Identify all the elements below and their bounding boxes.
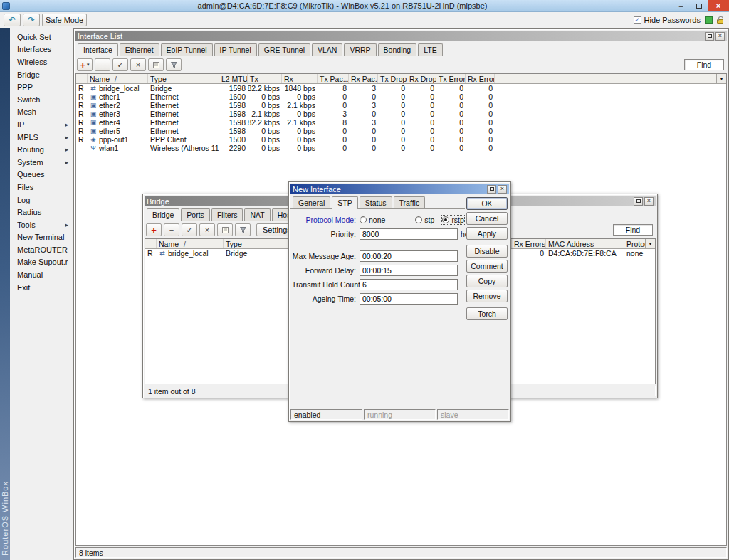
comment-button[interactable] (148, 58, 164, 71)
maximize-button[interactable] (690, 0, 708, 11)
ageing-time-input[interactable] (360, 293, 458, 305)
cancel-button[interactable]: Cancel (466, 212, 508, 225)
column-header-name[interactable]: Name/ (88, 74, 148, 83)
sidebar-item[interactable]: MetaROUTER (10, 243, 73, 256)
column-header-rx-errors[interactable]: Rx Errors (466, 74, 495, 83)
column-header-tx-drops[interactable]: Tx Drops (378, 74, 407, 83)
forward-delay-input[interactable] (360, 265, 458, 276)
interface-row[interactable]: R ▣ether4 Ethernet 1598 82.2 kbps 2.1 kb… (76, 118, 726, 127)
protocol-stp-radio[interactable]: stp (415, 216, 434, 224)
add-button[interactable]: + ▾ (77, 58, 93, 71)
column-header-rx-drops[interactable]: Rx Drops (407, 74, 436, 83)
sidebar-item[interactable]: Quick Set (10, 31, 73, 43)
apply-button[interactable]: Apply (466, 227, 508, 240)
sidebar-item[interactable]: IP ▸ (10, 118, 73, 131)
tab-vlan[interactable]: VLAN (312, 43, 342, 56)
sidebar-item[interactable]: Mesh (10, 106, 73, 119)
flag-column-header[interactable] (76, 74, 88, 83)
tab-ip-tunnel[interactable]: IP Tunnel (214, 43, 257, 56)
tab-status[interactable]: Status (360, 196, 392, 208)
tab-ports[interactable]: Ports (181, 208, 210, 221)
sidebar-item[interactable]: Make Supout.rif (10, 256, 73, 269)
disable-button[interactable]: × (199, 223, 215, 236)
sidebar-item[interactable]: New Terminal (10, 231, 73, 244)
tab-lte[interactable]: LTE (418, 43, 442, 56)
ok-button[interactable]: OK (466, 197, 508, 210)
interface-row[interactable]: R ⇄bridge_local Bridge 1598 82.2 kbps 18… (76, 84, 726, 93)
tab-eoip-tunnel[interactable]: EoIP Tunnel (161, 43, 213, 56)
tab-vrrp[interactable]: VRRP (344, 43, 376, 56)
enable-button[interactable]: ✓ (182, 223, 197, 236)
tab-stp[interactable]: STP (332, 196, 357, 209)
interface-row[interactable]: Ψwlan1 Wireless (Atheros 11N) 2290 0 bps… (76, 144, 726, 152)
column-header-tx[interactable]: Tx (248, 74, 282, 83)
sidebar-item[interactable]: Files (10, 181, 73, 194)
restore-button[interactable] (634, 197, 643, 206)
close-dialog-button[interactable]: × (498, 185, 507, 194)
tab-nat[interactable]: NAT (244, 208, 270, 221)
column-select-button[interactable]: ▾ (645, 239, 655, 248)
sidebar-item[interactable]: Queues (10, 169, 73, 181)
app-titlebar[interactable]: admin@D4:CA:6D:7E:F8:C9 (MikroTik) - Win… (0, 0, 729, 12)
hide-passwords-checkbox[interactable]: ✓ Hide Passwords (634, 16, 701, 24)
transmit-hold-count-input[interactable] (360, 279, 458, 290)
maximize-dialog-button[interactable] (487, 185, 496, 194)
redo-button[interactable]: ↷ (23, 14, 40, 26)
comment-button[interactable]: Comment (466, 260, 508, 273)
column-header-l2mtu[interactable]: L2 MTU (219, 74, 248, 83)
tab-traffic[interactable]: Traffic (394, 196, 426, 208)
column-header-type[interactable]: Type (148, 74, 219, 83)
undo-button[interactable]: ↶ (4, 14, 21, 26)
restore-button[interactable] (705, 32, 714, 41)
sidebar-item[interactable]: PPP (10, 80, 73, 93)
add-button[interactable]: + (146, 223, 162, 236)
priority-input[interactable] (360, 228, 458, 240)
interface-row[interactable]: R ▣ether3 Ethernet 1598 2.1 kbps 0 bps 3… (76, 110, 726, 118)
tab-ethernet[interactable]: Ethernet (120, 43, 159, 56)
sidebar-item[interactable]: Switch (10, 93, 73, 106)
interface-row[interactable]: R ▣ether1 Ethernet 1600 0 bps 0 bps 0 0 … (76, 93, 726, 101)
disable-button[interactable]: Disable (466, 245, 508, 258)
tab-general[interactable]: General (293, 196, 330, 208)
filter-button[interactable] (166, 58, 182, 71)
tab-interface[interactable]: Interface (78, 43, 118, 56)
sidebar-item[interactable]: Bridge (10, 68, 73, 81)
find-button[interactable]: Find (613, 224, 653, 236)
interface-row[interactable]: R ▣ether5 Ethernet 1598 0 bps 0 bps 0 0 … (76, 127, 726, 135)
tab-gre-tunnel[interactable]: GRE Tunnel (258, 43, 310, 56)
filter-button[interactable] (235, 223, 251, 236)
remove-button[interactable]: Remove (466, 290, 508, 302)
close-window-button[interactable]: × (715, 32, 725, 41)
column-header-rx-packet[interactable]: Rx Pac... (349, 74, 378, 83)
column-header-type[interactable]: Type (224, 239, 289, 248)
remove-button[interactable]: − (164, 223, 179, 236)
sidebar-item[interactable]: Manual (10, 268, 73, 281)
interface-list-titlebar[interactable]: Interface List × (75, 31, 727, 41)
column-select-button[interactable]: ▾ (716, 74, 726, 83)
tab-filters[interactable]: Filters (211, 208, 243, 221)
interface-row[interactable]: R ▣ether2 Ethernet 1598 0 bps 2.1 kbps 0… (76, 101, 726, 110)
sidebar-item[interactable]: Radius (10, 206, 73, 218)
max-message-age-input[interactable] (360, 250, 458, 262)
column-header-rx[interactable]: Rx (282, 74, 318, 83)
protocol-rstp-radio[interactable]: rstp (442, 216, 464, 224)
disable-button[interactable]: × (130, 58, 146, 71)
safe-mode-button[interactable]: Safe Mode (42, 14, 87, 26)
close-window-button[interactable]: × (644, 197, 654, 206)
find-button[interactable]: Find (684, 59, 724, 70)
sidebar-item[interactable]: Wireless (10, 56, 73, 68)
sidebar-item[interactable]: Interfaces (10, 43, 73, 56)
comment-button[interactable] (217, 223, 233, 236)
sidebar-item[interactable]: Tools ▸ (10, 218, 73, 231)
column-header-protocol[interactable]: Protoco... (624, 239, 645, 248)
tab-bonding[interactable]: Bonding (378, 43, 417, 56)
column-header-tx-packet[interactable]: Tx Pac... (318, 74, 349, 83)
remove-button[interactable]: − (95, 58, 110, 71)
column-header-tx-errors[interactable]: Tx Errors (436, 74, 466, 83)
sidebar-item[interactable]: Log (10, 194, 73, 206)
enable-button[interactable]: ✓ (112, 58, 128, 71)
close-button[interactable]: × (708, 0, 729, 11)
dialog-titlebar[interactable]: New Interface × (290, 184, 509, 194)
sidebar-item[interactable]: Exit (10, 281, 73, 294)
column-header-name[interactable]: Name/ (157, 239, 224, 248)
